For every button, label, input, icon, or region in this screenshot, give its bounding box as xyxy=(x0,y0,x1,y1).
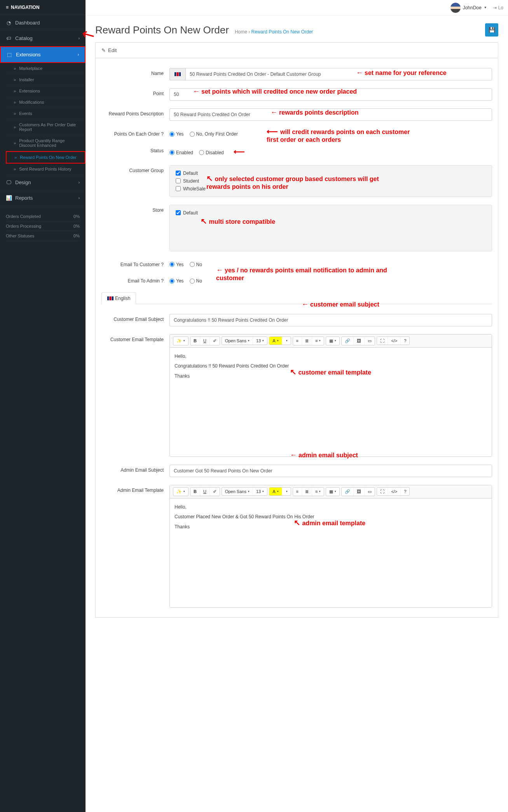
user-dropdown[interactable]: JohnDoe ▼ xyxy=(450,3,487,13)
nav-sub-modifications[interactable]: Modifications xyxy=(6,97,86,108)
customer-group-label: Customer Group xyxy=(101,165,169,174)
admin-subject-label: Admin Email Subject xyxy=(101,465,169,474)
tab-english[interactable]: English xyxy=(101,292,136,304)
font-select[interactable]: Open Sans▾ xyxy=(222,337,253,345)
table-button[interactable]: ▦▾ xyxy=(326,337,339,345)
nav-sub-marketplace[interactable]: Marketplace xyxy=(6,63,86,74)
help-button[interactable]: ? xyxy=(401,337,409,345)
nav-sub-customers-report[interactable]: Customers As Per Order Date Report xyxy=(6,119,86,135)
bold-button[interactable]: B xyxy=(190,488,200,496)
ul-button[interactable]: ≡ xyxy=(293,337,302,345)
chevron-right-icon: › xyxy=(78,52,79,57)
nav-sub-sent-history[interactable]: Sent Reward Points History xyxy=(6,164,86,175)
more-color-button[interactable]: ▾ xyxy=(282,337,291,345)
username: JohnDoe xyxy=(463,5,482,10)
sidebar: ≡NAVIGATION ◔Dashboard 🏷Catalog› ⬚Extens… xyxy=(0,0,86,812)
table-button[interactable]: ▦▾ xyxy=(326,488,339,496)
ul-button[interactable]: ≡ xyxy=(293,488,302,496)
logout-link[interactable]: ⇥Lo xyxy=(493,5,503,10)
logout-icon: ⇥ xyxy=(493,5,497,10)
chevron-right-icon: › xyxy=(79,36,80,40)
email-admin-label: Email To Admin ? xyxy=(101,275,169,284)
store-label: Store xyxy=(101,205,169,214)
image-button[interactable]: 🖼 xyxy=(354,488,365,496)
breadcrumb-current[interactable]: Reward Points On New Order xyxy=(251,29,313,35)
nav-sub-installer[interactable]: Installer xyxy=(6,74,86,85)
image-button[interactable]: 🖼 xyxy=(354,337,365,345)
admin-subject-input[interactable] xyxy=(169,465,492,477)
code-button[interactable]: </> xyxy=(388,337,401,345)
save-button[interactable]: 💾 xyxy=(485,23,498,37)
nav-sub-product-qty[interactable]: Product Quantity Range Discount Enhanced xyxy=(6,135,86,151)
desc-label: Reward Points Description xyxy=(101,108,169,117)
wand-icon[interactable]: ✨▾ xyxy=(173,488,188,496)
link-button[interactable]: 🔗 xyxy=(342,337,354,345)
each-order-label: Points On Each Order ? xyxy=(101,129,169,138)
nav-catalog[interactable]: 🏷Catalog› xyxy=(0,31,86,46)
point-input[interactable] xyxy=(169,88,492,101)
email-customer-label: Email To Customer ? xyxy=(101,259,169,268)
radio-email-cust-yes[interactable]: Yes xyxy=(169,262,184,267)
radio-email-cust-no[interactable]: No xyxy=(190,262,202,267)
desc-input[interactable] xyxy=(169,108,492,121)
cust-subject-input[interactable] xyxy=(169,314,492,326)
radio-status-disabled[interactable]: Disabled xyxy=(199,148,224,157)
edit-panel: ✎Edit Name set name for your reference xyxy=(95,42,498,618)
text-color-button[interactable]: A▾ xyxy=(269,337,282,345)
group-student[interactable]: Student xyxy=(176,177,486,185)
nav-sub-reward-points[interactable]: Reward Points On New Order xyxy=(6,151,86,164)
nav-reports[interactable]: 📊Reports› xyxy=(0,190,86,206)
dashboard-icon: ◔ xyxy=(6,20,11,26)
nav-design[interactable]: 🖵Design› xyxy=(0,175,86,190)
align-button[interactable]: ≡▾ xyxy=(312,337,324,345)
cust-template-label: Customer Email Template xyxy=(101,334,169,343)
ol-button[interactable]: ≣ xyxy=(302,337,312,345)
more-color-button[interactable]: ▾ xyxy=(282,488,291,495)
clear-format-button[interactable]: ✐ xyxy=(210,488,220,496)
code-button[interactable]: </> xyxy=(388,488,401,495)
underline-button[interactable]: U xyxy=(200,337,210,345)
main-content: JohnDoe ▼ ⇥Lo ↖ Reward Points On New Ord… xyxy=(86,0,508,812)
cust-subject-label: Customer Email Subject xyxy=(101,314,169,323)
breadcrumb-home[interactable]: Home xyxy=(235,29,247,35)
uk-flag-icon xyxy=(107,296,113,300)
ol-button[interactable]: ≣ xyxy=(302,488,312,496)
admin-template-body[interactable]: Hello, Customer Placed New Order & Got 5… xyxy=(170,498,492,607)
radio-each-yes[interactable]: Yes xyxy=(169,131,184,137)
name-input[interactable] xyxy=(185,68,492,80)
store-default[interactable]: Default xyxy=(176,209,486,217)
size-select[interactable]: 13▾ xyxy=(253,488,267,495)
radio-email-admin-no[interactable]: No xyxy=(190,278,202,284)
radio-each-no[interactable]: No, Only First Order xyxy=(190,131,238,137)
puzzle-icon: ⬚ xyxy=(7,52,12,58)
editor-toolbar-admin: ✨▾ B U ✐ Open Sans▾ 13▾ xyxy=(170,485,492,498)
nav-sub-events[interactable]: Events xyxy=(6,108,86,119)
help-button[interactable]: ? xyxy=(401,488,409,495)
bold-button[interactable]: B xyxy=(190,337,200,345)
wand-icon[interactable]: ✨▾ xyxy=(173,337,188,345)
radio-status-enabled[interactable]: Enabled xyxy=(169,148,193,157)
fullscreen-button[interactable]: ⛶ xyxy=(377,337,388,345)
link-button[interactable]: 🔗 xyxy=(342,488,354,496)
font-select[interactable]: Open Sans▾ xyxy=(222,488,253,495)
avatar-icon xyxy=(450,3,461,13)
nav-dashboard[interactable]: ◔Dashboard xyxy=(0,15,86,31)
underline-button[interactable]: U xyxy=(200,488,210,496)
video-button[interactable]: ▭ xyxy=(365,337,375,345)
nav-sub-extensions[interactable]: Extensions xyxy=(6,85,86,97)
radio-email-admin-yes[interactable]: Yes xyxy=(169,278,184,284)
align-button[interactable]: ≡▾ xyxy=(312,488,324,496)
video-button[interactable]: ▭ xyxy=(365,488,375,496)
customer-group-box: Default Student WholeSale xyxy=(169,165,492,197)
text-color-button[interactable]: A▾ xyxy=(269,488,282,495)
group-wholesale[interactable]: WholeSale xyxy=(176,185,486,193)
fullscreen-button[interactable]: ⛶ xyxy=(377,488,388,495)
nav-extensions[interactable]: ⬚Extensions› xyxy=(0,46,86,63)
size-select[interactable]: 13▾ xyxy=(253,337,267,345)
cust-template-editor: ✨▾ B U ✐ Open Sans▾ 13▾ xyxy=(169,334,492,457)
top-bar: JohnDoe ▼ ⇥Lo xyxy=(86,0,508,16)
cust-template-body[interactable]: Hello, Congratulations !! 50 Reward Poin… xyxy=(170,348,492,457)
clear-format-button[interactable]: ✐ xyxy=(210,337,220,345)
nav-header: ≡NAVIGATION xyxy=(0,0,86,15)
group-default[interactable]: Default xyxy=(176,169,486,177)
